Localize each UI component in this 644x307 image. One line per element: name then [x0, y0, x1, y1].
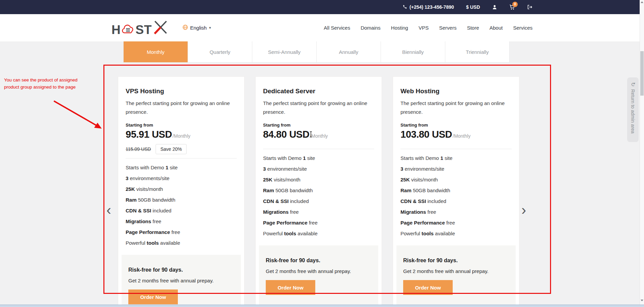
refresh-icon: ↻ — [630, 82, 636, 87]
feature-item: Migrations free — [400, 209, 512, 215]
starting-from-label: Starting from — [263, 123, 374, 128]
tab-biennially[interactable]: Biennially — [381, 41, 445, 62]
risk-free-subtitle: Get 2 months free with annual prepay. — [266, 268, 372, 274]
topbar: (+254) 123-456-7890 $ USD 0 — [0, 0, 644, 14]
content-area: MonthlyQuarterlySemi-AnnuallyAnnuallyBie… — [0, 41, 644, 307]
window-bottom-edge — [0, 305, 644, 307]
feature-item: Powerful tools available — [263, 231, 374, 237]
globe-icon — [183, 25, 188, 31]
feature-item: Starts with Demo 1 site — [126, 165, 237, 171]
order-now-button[interactable]: Order Now — [266, 280, 315, 295]
nav-link-domains[interactable]: Domains — [361, 25, 381, 31]
feature-item: 3 environments/site — [263, 166, 374, 172]
pricing-card: Dedicated Server The perfect starting po… — [255, 76, 382, 307]
return-to-admin-tab[interactable]: ↻ Return to admin area — [627, 77, 639, 142]
nav-link-all-services[interactable]: All Services — [324, 25, 350, 31]
feature-item: 25K visits/month — [400, 177, 512, 183]
risk-free-title: Risk-free for 90 days. — [266, 258, 372, 264]
nav-link-vps[interactable]: VPS — [419, 25, 429, 31]
divider — [126, 158, 237, 159]
cloud-server-icon — [121, 23, 135, 36]
feature-item: Ram 50GB bandwidth — [263, 187, 374, 194]
price-row: 103.80 USD /Monthly — [400, 129, 512, 140]
card-description: The perfect starting point for growing a… — [263, 99, 374, 116]
feature-item: 3 environments/site — [126, 175, 237, 181]
price-row: 84.80 USD /Monthly — [263, 129, 374, 140]
annotation-note: You can see the product of assigned prod… — [4, 76, 98, 91]
annotation-line-2: product group assigned to the page — [4, 83, 98, 91]
tab-quarterly[interactable]: Quarterly — [188, 41, 252, 62]
feature-item: Ram 50GB bandwidth — [126, 197, 237, 203]
price-period: /Monthly — [172, 133, 190, 139]
user-icon — [492, 5, 497, 10]
starting-from-label: Starting from — [400, 123, 512, 128]
card-title: VPS Hosting — [126, 88, 237, 95]
risk-free-box: Risk-free for 90 days. Get 2 months free… — [396, 245, 516, 307]
page-scrollbar[interactable] — [640, 0, 644, 307]
risk-free-title: Risk-free for 90 days. — [403, 258, 509, 264]
price-period: /Monthly — [453, 133, 471, 139]
card-description: The perfect starting point for growing a… — [126, 99, 237, 116]
feature-item: Page Performance free — [263, 220, 374, 226]
risk-free-subtitle: Get 2 months free with annual prepay. — [128, 278, 234, 283]
risk-free-box: Risk-free for 90 days. Get 2 months free… — [259, 245, 378, 307]
risk-free-title: Risk-free for 90 days. — [128, 267, 234, 273]
nav-link-about[interactable]: About — [489, 25, 503, 31]
logout-button[interactable] — [527, 4, 533, 10]
price-value: 95.91 USD — [126, 129, 172, 140]
feature-item: Page Performance free — [400, 220, 512, 226]
divider — [263, 149, 374, 149]
pricing-cards-row: VPS Hosting The perfect starting point f… — [118, 76, 519, 307]
cart-button[interactable]: 0 — [509, 4, 515, 10]
old-price: 115.09 USD — [126, 146, 151, 152]
risk-free-box: Risk-free for 90 days. Get 2 months free… — [122, 255, 241, 307]
logo-x-icon — [152, 20, 168, 36]
card-title: Dedicated Server — [263, 88, 374, 95]
feature-item: 3 environments/site — [400, 166, 512, 172]
phone-icon — [402, 5, 407, 9]
price-value: 103.80 USD — [400, 129, 452, 140]
save-badge: Save 20% — [156, 144, 187, 154]
phone-contact[interactable]: (+254) 123-456-7890 — [402, 4, 454, 10]
tab-semi-annually[interactable]: Semi-Annually — [252, 41, 317, 62]
carousel-next-button[interactable]: › — [521, 203, 526, 217]
pricing-card: VPS Hosting The perfect starting point f… — [118, 76, 245, 307]
feature-item: Powerful tools available — [126, 240, 237, 246]
nav-link-servers[interactable]: Servers — [439, 25, 457, 31]
feature-item: CDN & SSI included — [400, 198, 512, 204]
phone-number: (+254) 123-456-7890 — [410, 4, 454, 10]
tab-triennially[interactable]: Triennially — [445, 41, 509, 62]
return-tab-label: Return to admin area — [630, 89, 636, 134]
annotation-arrow — [0, 41, 135, 142]
price-period: /Monthly — [310, 133, 328, 139]
discount-row: 115.09 USD Save 20% — [126, 144, 237, 154]
billing-cycle-tabs: MonthlyQuarterlySemi-AnnuallyAnnuallyBie… — [123, 41, 510, 63]
starting-from-label: Starting from — [126, 123, 237, 128]
tab-annually[interactable]: Annually — [317, 41, 381, 62]
order-now-button[interactable]: Order Now — [403, 280, 453, 295]
pricing-card: Web Hosting The perfect starting point f… — [393, 76, 519, 307]
scrollbar-thumb[interactable] — [640, 51, 644, 96]
navbar: H ST English ▾ All ServicesDomainsHostin… — [0, 14, 644, 41]
order-now-button[interactable]: Order Now — [128, 289, 178, 304]
currency-selector[interactable]: $ USD — [466, 4, 480, 10]
carousel-prev-button[interactable]: ‹ — [106, 203, 111, 217]
cart-count-badge: 0 — [512, 2, 518, 7]
language-selector[interactable]: English ▾ — [183, 25, 211, 31]
divider — [400, 149, 512, 149]
risk-free-subtitle: Get 2 months free with annual prepay. — [403, 268, 509, 274]
scrollbar-down-arrow-icon[interactable] — [641, 300, 643, 301]
scrollbar-up-arrow-icon[interactable] — [641, 1, 643, 3]
nav-link-hosting[interactable]: Hosting — [391, 25, 408, 31]
card-description: The perfect starting point for growing a… — [400, 99, 512, 116]
feature-item: Starts with Demo 1 site — [400, 155, 512, 161]
logo-letters-st: ST — [135, 24, 152, 36]
account-button[interactable] — [492, 5, 497, 10]
feature-item: Powerful tools available — [400, 231, 512, 237]
feature-item: CDN & SSI included — [126, 208, 237, 214]
nav-link-store[interactable]: Store — [467, 25, 479, 31]
annotation-line-1: You can see the product of assigned — [4, 76, 98, 83]
tab-monthly[interactable]: Monthly — [124, 41, 188, 62]
nav-link-services[interactable]: Services — [513, 25, 533, 31]
hostx-logo[interactable]: H ST — [111, 20, 168, 36]
